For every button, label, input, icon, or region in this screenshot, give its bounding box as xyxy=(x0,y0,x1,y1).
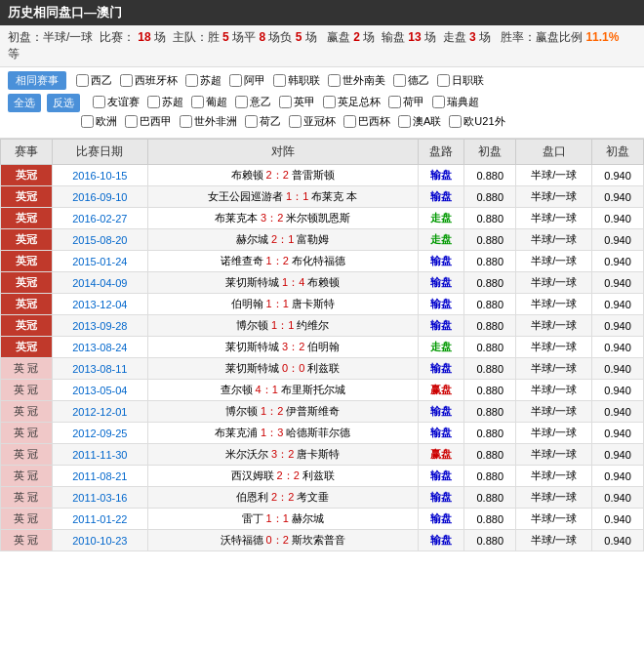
away-team: 布化特福德 xyxy=(292,255,345,266)
away-team: 利兹联 xyxy=(307,362,340,374)
handicap-cell: 半球/一球 xyxy=(516,315,592,337)
init-cell: 0.940 xyxy=(592,358,644,380)
filter-checkbox-英甲[interactable]: 英甲 xyxy=(279,95,315,109)
league-cell: 英冠 xyxy=(1,165,53,186)
filter-checkbox-西班牙杯[interactable]: 西班牙杯 xyxy=(120,73,178,88)
filter-checkbox-世外南美[interactable]: 世外南美 xyxy=(328,73,385,88)
filter-checkbox-英足总杯[interactable]: 英足总杯 xyxy=(323,95,381,109)
home-team: 莱切斯特城 xyxy=(225,341,279,352)
match-cell: 莱切斯特城 0：0 利兹联 xyxy=(147,358,418,380)
league-cell: 英 冠 xyxy=(1,423,53,444)
home-team: 博尔顿 xyxy=(236,319,268,331)
pan-cell: 0.880 xyxy=(464,380,516,401)
pan-cell: 0.880 xyxy=(464,208,516,229)
date-cell: 2013-09-28 xyxy=(52,315,147,337)
table-row: 英 冠2012-09-25布莱克浦 1：3 哈德斯菲尔德输盘0.880半球/一球… xyxy=(1,423,644,444)
filter-section: 相同赛事 西乙西班牙杯苏超阿甲韩职联世外南美德乙日职联 全选 反选 友谊赛苏超葡… xyxy=(0,67,644,139)
score: 1：1 xyxy=(268,319,297,331)
init-cell: 0.940 xyxy=(592,423,644,444)
col-date: 比赛日期 xyxy=(52,140,147,165)
select-all-button[interactable]: 全选 xyxy=(8,94,41,112)
match-cell: 米尔沃尔 3：2 唐卡斯特 xyxy=(147,444,418,466)
pan-cell: 0.880 xyxy=(464,401,516,423)
home-team: 博尔顿 xyxy=(225,405,258,417)
filter-checkbox-阿甲[interactable]: 阿甲 xyxy=(229,73,265,88)
match-cell: 女王公园巡游者 1：1 布莱克 本 xyxy=(147,186,418,208)
filter-checkbox-意乙[interactable]: 意乙 xyxy=(235,95,271,109)
status-cell: 输盘 xyxy=(418,509,464,530)
pan-cell: 0.880 xyxy=(464,186,516,208)
status-cell: 赢盘 xyxy=(418,380,464,401)
league-cell: 英冠 xyxy=(1,229,53,251)
filter-checkbox-欧U21外[interactable]: 欧U21外 xyxy=(449,114,504,129)
pan-cell: 0.880 xyxy=(464,294,516,315)
filter-checkbox-巴西甲[interactable]: 巴西甲 xyxy=(125,114,172,129)
handicap-cell: 半球/一球 xyxy=(516,466,592,487)
date-cell: 2013-12-04 xyxy=(52,294,147,315)
filter-checkbox-友谊赛[interactable]: 友谊赛 xyxy=(93,95,140,109)
pan-cell: 0.880 xyxy=(464,444,516,466)
filter-checkbox-苏超[interactable]: 苏超 xyxy=(185,73,221,88)
home-team: 伯恩利 xyxy=(236,491,268,503)
score: 1：1 xyxy=(283,190,311,202)
away-team: 米尔顿凯恩斯 xyxy=(286,212,350,224)
status-cell: 输盘 xyxy=(418,315,464,337)
filter-checkbox-苏超[interactable]: 苏超 xyxy=(147,95,183,109)
filter-checkbox-西乙[interactable]: 西乙 xyxy=(76,73,112,88)
filter-checkbox-瑞典超[interactable]: 瑞典超 xyxy=(432,95,479,109)
filter-checkbox-葡超[interactable]: 葡超 xyxy=(191,95,227,109)
away-team: 伯明翰 xyxy=(307,341,340,352)
date-cell: 2015-01-24 xyxy=(52,251,147,272)
handicap-cell: 半球/一球 xyxy=(516,487,592,509)
status-cell: 走盘 xyxy=(418,208,464,229)
handicap-cell: 半球/一球 xyxy=(516,186,592,208)
status-cell: 输盘 xyxy=(418,466,464,487)
same-match-button[interactable]: 相同赛事 xyxy=(8,71,66,90)
status-cell: 走盘 xyxy=(418,229,464,251)
away-team: 考文垂 xyxy=(297,491,329,503)
table-row: 英冠2013-12-04伯明翰 1：1 唐卡斯特输盘0.880半球/一球0.94… xyxy=(1,294,644,315)
filter-checkbox-韩职联[interactable]: 韩职联 xyxy=(273,73,320,88)
filter-checkbox-欧洲[interactable]: 欧洲 xyxy=(81,114,117,129)
league-cell: 英冠 xyxy=(1,272,53,294)
handicap-cell: 半球/一球 xyxy=(516,251,592,272)
home-team: 女王公园巡游者 xyxy=(208,190,283,202)
date-cell: 2016-10-15 xyxy=(52,165,147,186)
match-cell: 布赖顿 2：2 普雷斯顿 xyxy=(147,165,418,186)
pan-cell: 0.880 xyxy=(464,530,516,551)
match-cell: 诺维查奇 1：2 布化特福德 xyxy=(147,251,418,272)
filter-checkbox-亚冠杯[interactable]: 亚冠杯 xyxy=(289,114,336,129)
handicap-cell: 半球/一球 xyxy=(516,509,592,530)
table-row: 英 冠2011-01-22雷丁 1：1 赫尔城输盘0.880半球/一球0.940 xyxy=(1,509,644,530)
league-cell: 英 冠 xyxy=(1,444,53,466)
filter-checkbox-世外非洲[interactable]: 世外非洲 xyxy=(180,114,237,129)
stats-bar: 初盘：半球/一球 比赛： 18 场 主队：胜 5 场平 8 场负 5 场 赢盘 … xyxy=(0,25,644,67)
match-cell: 莱切斯特城 3：2 伯明翰 xyxy=(147,337,418,358)
deselect-button[interactable]: 反选 xyxy=(47,94,80,112)
match-cell: 查尔顿 4：1 布里斯托尔城 xyxy=(147,380,418,401)
table-row: 英冠2015-01-24诺维查奇 1：2 布化特福德输盘0.880半球/一球0.… xyxy=(1,251,644,272)
date-cell: 2011-08-21 xyxy=(52,466,147,487)
filter-checkbox-日职联[interactable]: 日职联 xyxy=(437,73,484,88)
filter-checkbox-德乙[interactable]: 德乙 xyxy=(393,73,429,88)
league-cell: 英 冠 xyxy=(1,401,53,423)
score: 3：2 xyxy=(279,341,307,352)
filter-checkbox-荷甲[interactable]: 荷甲 xyxy=(388,95,424,109)
date-cell: 2011-01-22 xyxy=(52,509,147,530)
handicap-cell: 半球/一球 xyxy=(516,380,592,401)
col-pan: 初盘 xyxy=(464,140,516,165)
score: 1：1 xyxy=(263,298,292,309)
home-team: 诺维查奇 xyxy=(221,255,263,266)
pan-cell: 0.880 xyxy=(464,487,516,509)
league-cell: 英冠 xyxy=(1,186,53,208)
filter-checkbox-澳A联[interactable]: 澳A联 xyxy=(398,114,441,129)
filter-checkbox-荷乙[interactable]: 荷乙 xyxy=(245,114,281,129)
filter-checkbox-巴西杯[interactable]: 巴西杯 xyxy=(343,114,390,129)
home-team: 赫尔城 xyxy=(236,233,268,245)
col-status: 盘路 xyxy=(418,140,464,165)
date-cell: 2016-09-10 xyxy=(52,186,147,208)
home-team: 西汉姆联 xyxy=(231,469,274,481)
status-cell: 输盘 xyxy=(418,530,464,551)
date-cell: 2012-09-25 xyxy=(52,423,147,444)
match-cell: 博尔顿 1：2 伊普斯维奇 xyxy=(147,401,418,423)
